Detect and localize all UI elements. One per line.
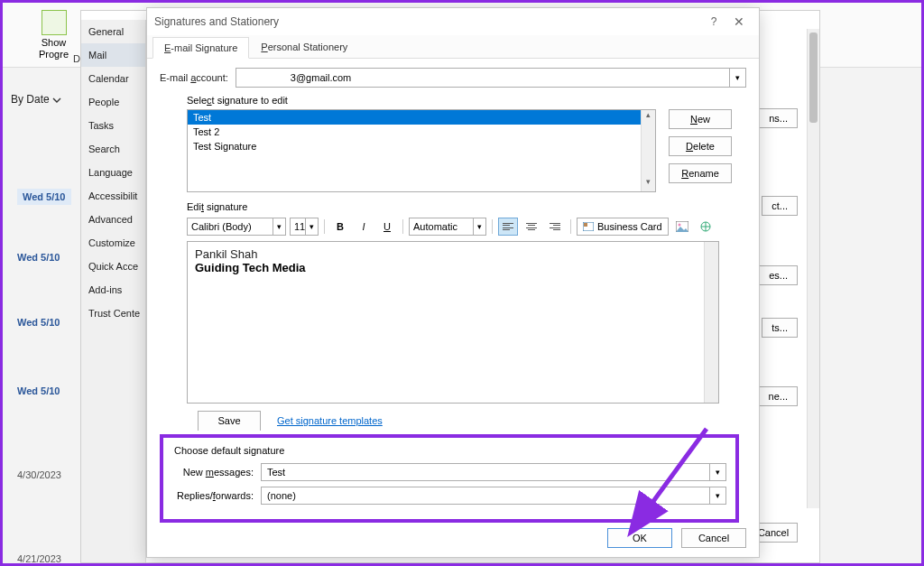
- side-btn-5[interactable]: ne...: [759, 386, 798, 406]
- opt-customize[interactable]: Customize: [81, 231, 145, 255]
- signature-list-scrollbar[interactable]: ▴ ▾: [641, 110, 655, 191]
- side-btn-2[interactable]: ct...: [762, 196, 798, 216]
- side-btn-4[interactable]: ts...: [762, 318, 798, 338]
- new-messages-label: New messages:: [174, 467, 261, 478]
- rename-signature-button[interactable]: Rename: [669, 163, 732, 183]
- svg-point-3: [678, 224, 680, 227]
- mail-date-1[interactable]: Wed 5/10: [17, 189, 71, 205]
- ok-button[interactable]: OK: [607, 528, 672, 548]
- opt-mail[interactable]: Mail: [81, 43, 145, 67]
- opt-language[interactable]: Language: [81, 161, 145, 184]
- mail-date-gray2[interactable]: 4/21/2023: [17, 553, 61, 564]
- font-size-select[interactable]: 11▾: [290, 218, 319, 236]
- delete-signature-button[interactable]: Delete: [669, 136, 732, 156]
- new-messages-select[interactable]: Test ▾: [261, 463, 726, 481]
- mail-date-3[interactable]: Wed 5/10: [17, 317, 60, 328]
- insert-picture-button[interactable]: [672, 218, 692, 236]
- tab-email-signature[interactable]: E-mail Signature: [152, 37, 249, 59]
- replies-forwards-label: Replies/forwards:: [174, 490, 261, 501]
- opt-people[interactable]: People: [81, 90, 145, 114]
- show-progress-button[interactable]: Show Progre: [39, 10, 69, 60]
- opt-general[interactable]: General: [81, 20, 145, 43]
- signature-item-0[interactable]: Test: [188, 110, 655, 125]
- align-right-button[interactable]: [545, 218, 565, 236]
- editor-scrollbar[interactable]: [704, 242, 718, 403]
- cancel-button[interactable]: Cancel: [681, 528, 746, 548]
- signature-editor-toolbar: Calibri (Body)▾ 11▾ B I U Automatic▾: [187, 216, 746, 237]
- select-signature-label: Select signature to edit: [187, 95, 746, 106]
- chevron-down-icon: ▾: [709, 464, 725, 480]
- underline-button[interactable]: U: [377, 218, 397, 236]
- new-signature-button[interactable]: New: [669, 109, 732, 129]
- tab-personal-stationery[interactable]: Personal Stationery: [249, 36, 359, 58]
- signature-item-1[interactable]: Test 2: [188, 125, 655, 139]
- side-btn-3[interactable]: es...: [759, 265, 798, 285]
- insert-hyperlink-button[interactable]: [696, 218, 716, 236]
- save-signature-button[interactable]: Save: [198, 411, 261, 431]
- editor-line-2: Guiding Tech Media: [195, 261, 711, 274]
- opt-quick-access[interactable]: Quick Acce: [81, 255, 145, 278]
- default-signature-header: Choose default signature: [174, 445, 726, 456]
- opt-search[interactable]: Search: [81, 137, 145, 161]
- edit-signature-label: Edit signature: [187, 201, 746, 212]
- signature-editor[interactable]: Pankil Shah Guiding Tech Media: [187, 241, 719, 404]
- sort-by-date[interactable]: By Date: [11, 93, 61, 106]
- bold-button[interactable]: B: [330, 218, 350, 236]
- dialog-title: Signatures and Stationery: [154, 15, 701, 28]
- scroll-down-icon[interactable]: ▾: [642, 177, 655, 191]
- align-center-button[interactable]: [522, 218, 541, 236]
- align-right-icon: [550, 221, 560, 232]
- align-left-icon: [503, 221, 513, 232]
- business-card-button[interactable]: Business Card: [577, 218, 669, 236]
- email-account-select[interactable]: 3@gmail.com ▾: [236, 68, 746, 88]
- show-progress-label: Show Progre: [39, 37, 69, 60]
- signatures-dialog: Signatures and Stationery ? ✕ E-mail Sig…: [146, 7, 760, 558]
- mail-date-2[interactable]: Wed 5/10: [17, 252, 60, 263]
- svg-rect-1: [584, 223, 587, 227]
- mail-date-4[interactable]: Wed 5/10: [17, 385, 60, 396]
- opt-accessibility[interactable]: Accessibilit: [81, 184, 145, 208]
- progress-icon: [42, 10, 67, 35]
- opt-advanced[interactable]: Advanced: [81, 208, 145, 231]
- options-sidebar: General Mail Calendar People Tasks Searc…: [81, 20, 146, 562]
- mail-date-gray1[interactable]: 4/30/2023: [17, 469, 61, 480]
- align-center-icon: [526, 221, 537, 232]
- scroll-up-icon[interactable]: ▴: [642, 110, 655, 125]
- default-signature-section: Choose default signature New messages: T…: [160, 434, 739, 523]
- opt-trust-center[interactable]: Trust Cente: [81, 302, 145, 325]
- chevron-down-icon: [52, 96, 61, 105]
- dialog-tabs: E-mail Signature Personal Stationery: [147, 35, 759, 59]
- scrollbar-thumb[interactable]: [809, 32, 818, 123]
- opt-calendar[interactable]: Calendar: [81, 67, 145, 90]
- picture-icon: [676, 221, 688, 232]
- card-icon: [583, 222, 594, 231]
- side-btn-1[interactable]: ns...: [759, 108, 798, 128]
- chevron-down-icon: ▾: [709, 487, 725, 504]
- align-left-button[interactable]: [498, 218, 518, 236]
- editor-line-1: Pankil Shah: [195, 247, 711, 261]
- globe-link-icon: [699, 220, 712, 233]
- dialog-footer: OK Cancel: [607, 528, 746, 548]
- italic-button[interactable]: I: [354, 218, 374, 236]
- font-color-select[interactable]: Automatic▾: [409, 218, 486, 236]
- replies-forwards-select[interactable]: (none) ▾: [261, 487, 726, 505]
- email-account-label: E-mail account:: [160, 72, 228, 83]
- close-icon[interactable]: ✕: [726, 14, 752, 29]
- options-scrollbar[interactable]: [807, 29, 819, 508]
- font-family-select[interactable]: Calibri (Body)▾: [187, 218, 286, 236]
- dialog-titlebar: Signatures and Stationery ? ✕: [147, 8, 759, 35]
- opt-tasks[interactable]: Tasks: [81, 114, 145, 137]
- email-account-value: 3@gmail.com: [291, 72, 351, 83]
- chevron-down-icon: ▾: [729, 69, 745, 87]
- opt-addins[interactable]: Add-ins: [81, 278, 145, 302]
- signature-list[interactable]: Test Test 2 Test Signature ▴ ▾: [187, 109, 656, 192]
- signature-item-2[interactable]: Test Signature: [188, 139, 655, 153]
- get-templates-link[interactable]: Get signature templates: [277, 415, 383, 426]
- help-icon[interactable]: ?: [701, 15, 726, 28]
